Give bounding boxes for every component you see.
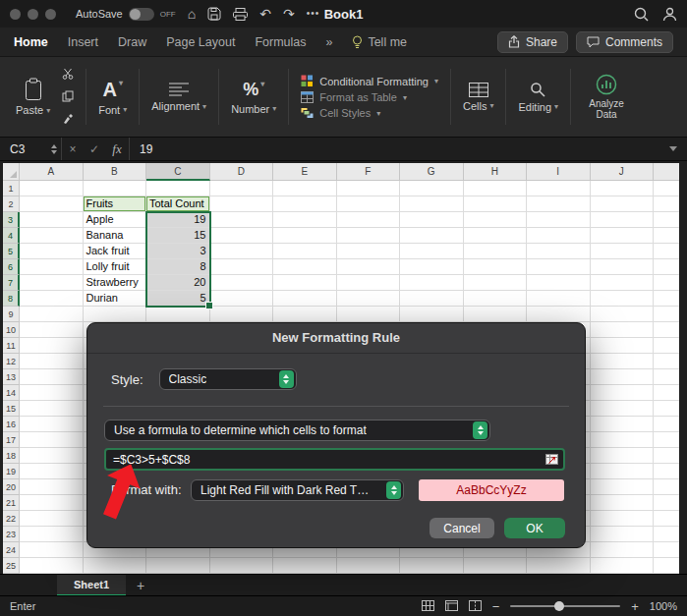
cell-J17[interactable] xyxy=(591,432,655,448)
tab-insert[interactable]: Insert xyxy=(68,35,98,49)
alignment-group-button[interactable]: Alignment▾ xyxy=(145,61,212,133)
tab-formulas[interactable]: Formulas xyxy=(255,35,306,49)
row-header-19[interactable]: 19 xyxy=(3,464,20,479)
redo-icon[interactable]: ↷ xyxy=(283,7,295,21)
search-icon[interactable] xyxy=(634,7,649,22)
cell-D4[interactable] xyxy=(210,228,274,244)
cell-C8[interactable]: 5 xyxy=(146,291,210,307)
row-header-2[interactable]: 2 xyxy=(3,196,20,212)
column-header-F[interactable]: F xyxy=(337,163,401,181)
undo-icon[interactable]: ↶ xyxy=(259,7,271,21)
cell-H5[interactable] xyxy=(464,244,528,259)
column-header-I[interactable]: I xyxy=(527,163,591,181)
cell-E25[interactable] xyxy=(273,558,337,574)
cell-E7[interactable] xyxy=(273,275,337,291)
cell-A16[interactable] xyxy=(20,417,84,432)
cell-D2[interactable] xyxy=(210,196,274,212)
cell-J24[interactable] xyxy=(591,542,655,558)
cell-E2[interactable] xyxy=(273,196,337,212)
cell-J25[interactable] xyxy=(591,558,655,574)
cell-E5[interactable] xyxy=(273,244,337,259)
cell-H2[interactable] xyxy=(464,196,528,212)
cut-icon[interactable] xyxy=(62,66,74,84)
column-header-G[interactable]: G xyxy=(400,163,464,181)
cell-A1[interactable] xyxy=(20,181,84,196)
cell-E6[interactable] xyxy=(273,259,337,275)
column-header-J[interactable]: J xyxy=(591,163,655,181)
cell-J5[interactable] xyxy=(591,244,655,259)
expand-formula-bar-icon[interactable] xyxy=(669,146,677,151)
cell-C4[interactable]: 15 xyxy=(146,228,210,244)
comments-button[interactable]: Comments xyxy=(576,31,673,53)
cell-B4[interactable]: Banana xyxy=(84,228,147,244)
cell-F1[interactable] xyxy=(337,181,401,196)
save-icon[interactable] xyxy=(207,7,221,21)
cell-C25[interactable] xyxy=(146,558,210,574)
sheet-tab-sheet1[interactable]: Sheet1 xyxy=(57,575,126,596)
minimize-window-button[interactable] xyxy=(28,9,38,20)
cell-D7[interactable] xyxy=(210,275,274,291)
row-header-13[interactable]: 13 xyxy=(3,369,20,385)
row-header-12[interactable]: 12 xyxy=(3,354,20,369)
cell-A6[interactable] xyxy=(20,259,84,275)
cell-A9[interactable] xyxy=(20,307,84,322)
cell-A10[interactable] xyxy=(20,322,84,338)
row-header-17[interactable]: 17 xyxy=(3,432,20,448)
tell-me-button[interactable]: Tell me xyxy=(352,35,407,49)
row-header-23[interactable]: 23 xyxy=(3,527,20,542)
row-header-21[interactable]: 21 xyxy=(3,495,20,511)
zoom-slider-thumb[interactable] xyxy=(554,601,564,611)
cell-D5[interactable] xyxy=(210,244,274,259)
cell-J14[interactable] xyxy=(591,385,655,401)
cell-G8[interactable] xyxy=(400,291,464,307)
cell-A23[interactable] xyxy=(20,527,84,542)
row-header-20[interactable]: 20 xyxy=(3,479,20,495)
cell-A12[interactable] xyxy=(20,354,84,369)
cell-D9[interactable] xyxy=(210,307,274,322)
cell-H6[interactable] xyxy=(464,259,528,275)
cell-F7[interactable] xyxy=(337,275,401,291)
cell-A2[interactable] xyxy=(20,196,84,212)
row-header-15[interactable]: 15 xyxy=(3,401,20,417)
cell-G5[interactable] xyxy=(400,244,464,259)
cell-E9[interactable] xyxy=(273,307,337,322)
cell-G6[interactable] xyxy=(400,259,464,275)
cell-F6[interactable] xyxy=(337,259,401,275)
formula-bar-value[interactable]: 19 xyxy=(130,142,152,156)
row-header-22[interactable]: 22 xyxy=(3,511,20,527)
conditional-formatting-button[interactable]: Conditional Formatting ▾ xyxy=(301,75,438,87)
cell-B1[interactable] xyxy=(84,181,147,196)
cell-C7[interactable]: 20 xyxy=(146,275,210,291)
cell-J4[interactable] xyxy=(591,228,655,244)
paste-button[interactable]: Paste▾ xyxy=(10,78,56,116)
formula-input[interactable]: =$C3>5+$C$8 xyxy=(104,448,565,471)
cell-A18[interactable] xyxy=(20,448,84,464)
zoom-slider[interactable] xyxy=(510,600,620,612)
autosave-control[interactable]: AutoSave OFF xyxy=(76,8,176,21)
cell-B2[interactable]: Fruits xyxy=(84,196,147,212)
cell-A19[interactable] xyxy=(20,464,84,479)
autosave-toggle[interactable] xyxy=(129,8,154,21)
cell-I2[interactable] xyxy=(527,196,591,212)
cell-A5[interactable] xyxy=(20,244,84,259)
add-sheet-button[interactable]: + xyxy=(126,575,155,596)
cell-F2[interactable] xyxy=(337,196,401,212)
copy-icon[interactable] xyxy=(62,88,74,106)
cell-I1[interactable] xyxy=(527,181,591,196)
cell-A3[interactable] xyxy=(20,212,84,228)
cell-G1[interactable] xyxy=(400,181,464,196)
cell-F3[interactable] xyxy=(337,212,401,228)
cell-J20[interactable] xyxy=(591,479,655,495)
cell-H25[interactable] xyxy=(464,558,528,574)
cell-C6[interactable]: 8 xyxy=(146,259,210,275)
cell-C3[interactable]: 19 xyxy=(146,212,210,228)
cell-B25[interactable] xyxy=(84,558,147,574)
cell-A21[interactable] xyxy=(20,495,84,511)
row-header-7[interactable]: 7 xyxy=(3,275,20,291)
account-icon[interactable] xyxy=(662,7,677,22)
cell-J3[interactable] xyxy=(591,212,655,228)
cell-J21[interactable] xyxy=(591,495,655,511)
column-header-D[interactable]: D xyxy=(210,163,274,181)
style-dropdown[interactable]: Classic xyxy=(159,368,297,390)
editing-group-button[interactable]: Editing▾ xyxy=(512,61,564,133)
